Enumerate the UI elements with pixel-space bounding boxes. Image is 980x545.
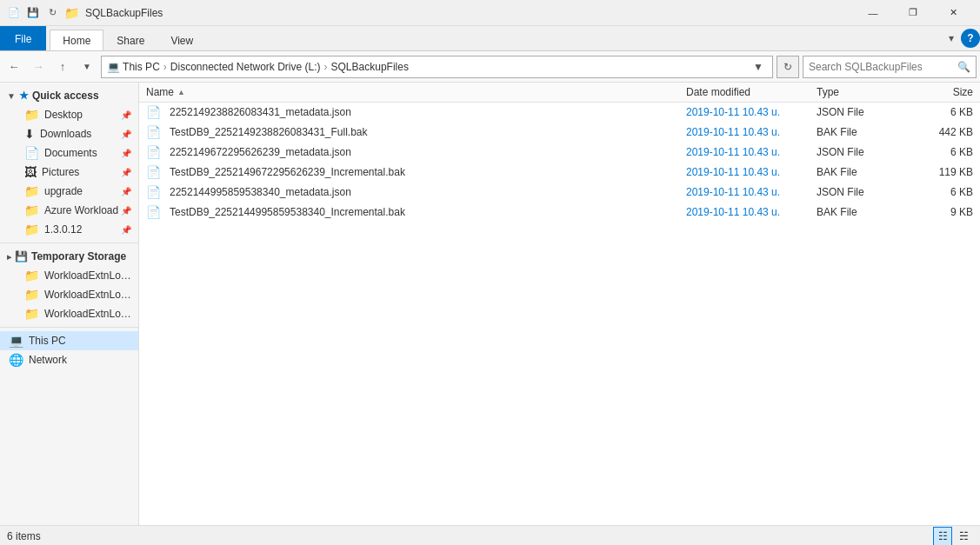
workload3-icon: 📁: [24, 307, 39, 321]
ribbon-expand-icon[interactable]: ▾: [945, 29, 957, 48]
azure-folder-icon: 📁: [24, 203, 39, 217]
save-icon: 💾: [26, 6, 40, 20]
address-bar-area: ← → ↑ ▼ 💻 This PC › Disconnected Network…: [0, 51, 980, 83]
back-button[interactable]: ←: [3, 56, 24, 77]
pictures-pin-icon: 📌: [121, 168, 131, 177]
sidebar-item-documents[interactable]: 📄 Documents 📌: [0, 143, 138, 163]
file-type: BAK File: [817, 166, 903, 178]
path-sep-1: ›: [163, 61, 167, 73]
documents-pin-icon: 📌: [121, 149, 131, 158]
recent-locations-button[interactable]: ▼: [77, 56, 97, 77]
file-icon: 📄: [146, 205, 161, 219]
network-icon: 🌐: [9, 353, 23, 367]
downloads-pin-icon: 📌: [121, 130, 131, 139]
sidebar-item-version[interactable]: 📁 1.3.0.12 📌: [0, 220, 138, 239]
sidebar-item-network[interactable]: 🌐 Network: [0, 350, 138, 369]
column-size-label: Size: [953, 86, 973, 98]
file-name: TestDB9_2252149672295626239_Incremental.…: [170, 166, 405, 178]
azure-pin-icon: 📌: [121, 206, 131, 216]
path-sep-2: ›: [324, 61, 328, 73]
column-size[interactable]: Size: [903, 86, 973, 98]
address-box[interactable]: 💻 This PC › Disconnected Network Drive (…: [101, 56, 773, 78]
column-date[interactable]: Date modified: [686, 86, 817, 98]
tab-file[interactable]: File: [0, 26, 46, 50]
sidebar-item-pictures[interactable]: 🖼 Pictures 📌: [0, 163, 138, 182]
file-name: TestDB9_2252144995859538340_Incremental.…: [170, 206, 405, 218]
sidebar-divider-1: [0, 243, 138, 243]
temp-storage-drive-icon: 💾: [15, 250, 28, 263]
downloads-icon: ⬇: [24, 127, 35, 141]
address-dropdown-icon[interactable]: ▼: [750, 61, 767, 73]
sidebar-item-azure[interactable]: 📁 Azure Workload 📌: [0, 201, 138, 220]
sidebar-item-desktop[interactable]: 📁 Desktop 📌: [0, 105, 138, 124]
quick-access-label: Quick access: [32, 90, 99, 102]
search-input[interactable]: [809, 61, 957, 73]
quick-access-chevron: ▼: [7, 91, 16, 101]
refresh-button[interactable]: ↻: [777, 56, 799, 78]
sort-icon: ▲: [177, 88, 185, 96]
file-date: 2019-10-11 10.43 u.: [686, 106, 817, 118]
help-button[interactable]: ?: [961, 29, 980, 48]
temporary-storage-header[interactable]: ▸ 💾 Temporary Storage: [0, 247, 138, 266]
sidebar-item-workload2[interactable]: 📁 WorkloadExtnLogFo...: [0, 285, 138, 304]
path-network-drive[interactable]: Disconnected Network Drive (L:): [170, 61, 321, 73]
upgrade-folder-icon: 📁: [24, 184, 39, 198]
sidebar-item-workload3[interactable]: 📁 WorkloadExtnLogFo...: [0, 304, 138, 323]
tab-share[interactable]: Share: [103, 30, 157, 50]
item-count: 6 items: [7, 530, 41, 542]
table-row[interactable]: 📄 TestDB9_2252149672295626239_Incrementa…: [139, 163, 980, 183]
file-type: BAK File: [817, 206, 903, 218]
version-pin-icon: 📌: [121, 225, 131, 235]
workload1-label: WorkloadExtnLogFo...: [44, 269, 131, 282]
table-row[interactable]: 📄 TestDB9_2252144995859538340_Incrementa…: [139, 203, 980, 223]
tab-home[interactable]: Home: [50, 30, 103, 50]
view-controls: ☷ ☵: [933, 527, 973, 546]
sidebar-item-workload1[interactable]: 📁 WorkloadExtnLogFo...: [0, 266, 138, 285]
quick-access-icon: 📄: [7, 6, 21, 20]
workload2-icon: 📁: [24, 288, 39, 302]
thispc-icon: 💻: [9, 334, 23, 348]
table-row[interactable]: 📄 2252149238826083431_metadata.json 2019…: [139, 103, 980, 123]
path-this-pc[interactable]: 💻 This PC: [107, 61, 160, 73]
up-button[interactable]: ↑: [52, 56, 73, 77]
minimize-button[interactable]: —: [853, 0, 893, 26]
column-name[interactable]: Name ▲: [146, 86, 686, 98]
quick-access-header[interactable]: ▼ ★ Quick access: [0, 86, 138, 105]
documents-icon: 📄: [24, 146, 39, 160]
forward-button[interactable]: →: [28, 56, 49, 77]
sidebar-item-upgrade[interactable]: 📁 upgrade 📌: [0, 182, 138, 201]
workload2-label: WorkloadExtnLogFo...: [44, 289, 131, 301]
sidebar-item-thispc[interactable]: 💻 This PC: [0, 331, 138, 350]
table-row[interactable]: 📄 2252149672295626239_metadata.json 2019…: [139, 143, 980, 163]
view-tiles-button[interactable]: ☵: [954, 527, 973, 546]
upgrade-label: upgrade: [44, 185, 83, 197]
table-row[interactable]: 📄 2252144995859538340_metadata.json 2019…: [139, 183, 980, 203]
file-type: BAK File: [817, 126, 903, 138]
file-icon: 📄: [146, 145, 161, 159]
version-folder-icon: 📁: [24, 223, 39, 236]
workload3-label: WorkloadExtnLogFo...: [44, 308, 131, 320]
column-type[interactable]: Type: [817, 86, 903, 98]
restore-button[interactable]: ❐: [893, 0, 933, 26]
column-date-label: Date modified: [686, 86, 750, 98]
workload1-icon: 📁: [24, 269, 39, 282]
desktop-folder-icon: 📁: [24, 108, 39, 122]
version-label: 1.3.0.12: [44, 223, 82, 236]
search-box[interactable]: 🔍: [803, 56, 977, 78]
desktop-pin-icon: 📌: [121, 110, 131, 120]
sidebar-item-downloads[interactable]: ⬇ Downloads 📌: [0, 124, 138, 143]
main-area: ▼ ★ Quick access 📁 Desktop 📌 ⬇ Downloads…: [0, 83, 980, 525]
file-list-header: Name ▲ Date modified Type Size: [139, 83, 980, 103]
close-button[interactable]: ✕: [933, 0, 973, 26]
address-path: 💻 This PC › Disconnected Network Drive (…: [107, 61, 409, 73]
sidebar-divider-2: [0, 327, 138, 328]
table-row[interactable]: 📄 TestDB9_2252149238826083431_Full.bak 2…: [139, 123, 980, 143]
view-details-button[interactable]: ☷: [933, 527, 952, 546]
tab-view[interactable]: View: [157, 30, 206, 50]
title-bar-icons: 📄 💾 ↻ 📁: [7, 6, 78, 20]
folder-icon: 📁: [64, 6, 78, 20]
documents-label: Documents: [44, 147, 97, 159]
file-size: 119 KB: [903, 166, 973, 178]
path-sqlbackupfiles[interactable]: SQLBackupFiles: [331, 61, 409, 73]
undo-icon: ↻: [45, 6, 59, 20]
